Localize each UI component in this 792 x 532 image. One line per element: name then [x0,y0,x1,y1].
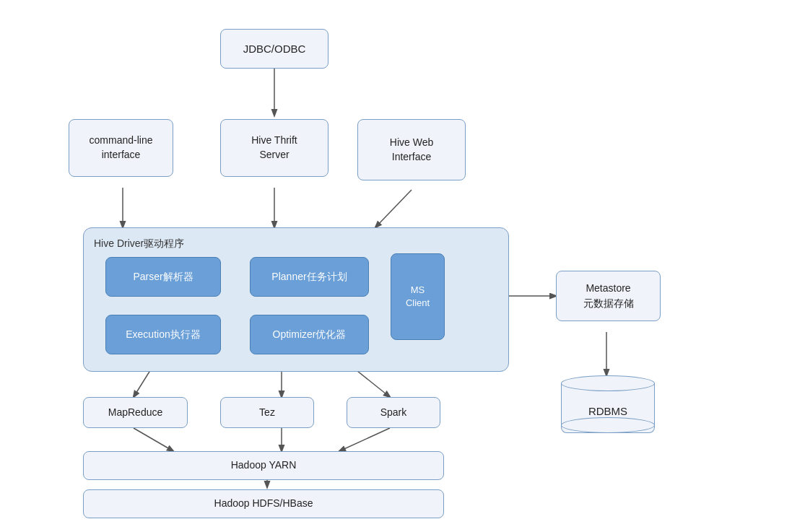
web-label: Hive WebInterface [390,136,433,164]
driver-title-label: Hive Driver驱动程序 [94,237,184,251]
svg-line-7 [354,368,390,397]
planner-label: Planner任务计划 [271,270,347,284]
jdbc-odbc-box: JDBC/ODBC [220,29,328,69]
yarn-label: Hadoop YARN [231,458,297,473]
mapreduce-label: MapReduce [108,406,163,420]
parser-box: Parser解析器 [105,257,221,297]
yarn-box: Hadoop YARN [83,451,444,480]
metastore-box: Metastore元数据存储 [556,271,661,321]
spark-label: Spark [380,406,407,420]
parser-label: Parser解析器 [133,270,193,284]
planner-box: Planner任务计划 [250,257,369,297]
spark-box: Spark [347,397,440,428]
jdbc-odbc-label: JDBC/ODBC [243,41,306,56]
svg-line-8 [134,428,173,451]
cli-label: command-lineinterface [90,134,153,162]
svg-line-5 [134,368,152,397]
execution-label: Execution执行器 [126,328,200,342]
ms-client-label: MSClient [406,284,430,310]
optimizer-label: Optimizer优化器 [273,328,347,342]
svg-line-10 [339,428,390,451]
cli-box: command-lineinterface [69,119,173,177]
hdfs-box: Hadoop HDFS/HBase [83,489,444,518]
hdfs-label: Hadoop HDFS/HBase [214,497,313,511]
rdbms-label: RDBMS [588,398,627,417]
driver-box: Hive Driver驱动程序 Parser解析器 Planner任务计划 MS… [83,227,509,372]
tez-label: Tez [259,406,275,420]
svg-line-3 [375,190,412,227]
diagram-container: JDBC/ODBC command-lineinterface Hive Thr… [29,14,765,520]
mapreduce-box: MapReduce [83,397,188,428]
web-box: Hive WebInterface [357,119,466,180]
optimizer-box: Optimizer优化器 [250,315,369,354]
ms-client-box: MSClient [391,253,445,340]
thrift-label: Hive ThriftServer [251,134,297,162]
metastore-label: Metastore元数据存储 [583,281,634,311]
rdbms-wrapper: RDBMS [561,375,655,433]
thrift-box: Hive ThriftServer [220,119,328,177]
execution-box: Execution执行器 [105,315,221,354]
tez-box: Tez [220,397,314,428]
